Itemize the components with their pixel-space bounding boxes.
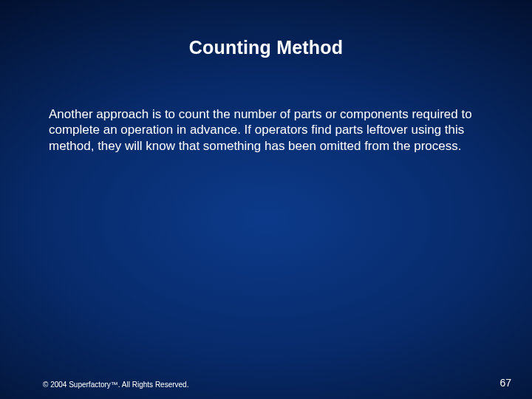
footer-copyright: © 2004 Superfactory™. All Rights Reserve… [43,381,188,389]
slide-body-text: Another approach is to count the number … [49,106,489,154]
footer-page-number: 67 [499,377,511,389]
slide-title: Counting Method [0,37,532,58]
slide: Counting Method Another approach is to c… [0,0,532,399]
